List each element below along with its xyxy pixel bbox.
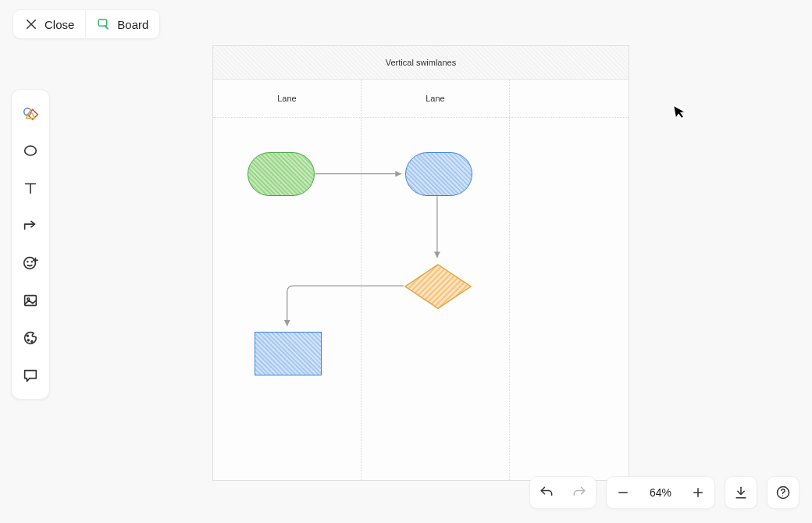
- text-tool[interactable]: [16, 172, 45, 205]
- minus-icon: [616, 486, 630, 500]
- lane-header[interactable]: [510, 80, 629, 117]
- image-tool[interactable]: [16, 284, 45, 317]
- svg-rect-13: [25, 296, 37, 306]
- flow-node-decision[interactable]: [404, 264, 472, 309]
- download-icon: [733, 485, 749, 500]
- ellipse-tool[interactable]: [16, 134, 45, 167]
- svg-marker-18: [405, 265, 471, 308]
- close-button[interactable]: Close: [13, 10, 85, 38]
- lane-column[interactable]: [510, 118, 629, 480]
- shapes-tool[interactable]: [16, 97, 45, 130]
- svg-point-9: [27, 262, 28, 262]
- svg-point-17: [31, 341, 33, 343]
- swimlane-header-row: Lane Lane: [213, 80, 629, 118]
- plus-icon: [691, 486, 705, 500]
- svg-point-15: [27, 335, 28, 336]
- svg-point-5: [25, 146, 37, 155]
- swimlane-title[interactable]: Vertical swimlanes: [213, 46, 629, 80]
- comment-tool[interactable]: [16, 359, 45, 392]
- zoom-out-button[interactable]: [607, 477, 639, 508]
- board-button[interactable]: Board: [85, 10, 159, 38]
- board-icon: [97, 17, 111, 31]
- svg-point-26: [782, 496, 783, 496]
- mouse-cursor-icon: [673, 104, 686, 122]
- help-icon: [775, 485, 791, 500]
- svg-point-8: [24, 258, 36, 269]
- flow-node-step[interactable]: [405, 152, 472, 196]
- board-label: Board: [117, 18, 148, 31]
- redo-icon: [572, 485, 587, 500]
- redo-button[interactable]: [563, 477, 596, 508]
- connector-tool[interactable]: [16, 209, 45, 242]
- bottom-controls: 64%: [529, 476, 800, 509]
- zoom-level[interactable]: 64%: [639, 486, 682, 499]
- lane-header[interactable]: Lane: [213, 80, 361, 117]
- flow-node-rect[interactable]: [255, 332, 322, 375]
- undo-button[interactable]: [530, 477, 563, 508]
- close-label: Close: [45, 18, 74, 31]
- lane-header[interactable]: Lane: [361, 80, 510, 117]
- download-button[interactable]: [725, 476, 757, 509]
- swimlane-body[interactable]: [213, 118, 629, 480]
- zoom-in-button[interactable]: [682, 477, 714, 508]
- help-button[interactable]: [767, 476, 800, 509]
- top-button-group: Close Board: [12, 9, 160, 39]
- close-icon: [24, 17, 38, 31]
- left-toolbar: [11, 89, 50, 400]
- zoom-group: 64%: [606, 476, 715, 509]
- svg-rect-2: [99, 20, 108, 26]
- emoji-tool[interactable]: [16, 247, 45, 279]
- undo-icon: [539, 485, 554, 500]
- style-tool[interactable]: [16, 322, 45, 354]
- svg-point-14: [27, 298, 30, 301]
- flow-node-start[interactable]: [248, 152, 315, 196]
- history-group: [529, 476, 597, 509]
- svg-point-16: [27, 340, 29, 341]
- svg-point-10: [31, 262, 32, 262]
- swimlane-canvas[interactable]: Vertical swimlanes Lane Lane: [212, 45, 629, 481]
